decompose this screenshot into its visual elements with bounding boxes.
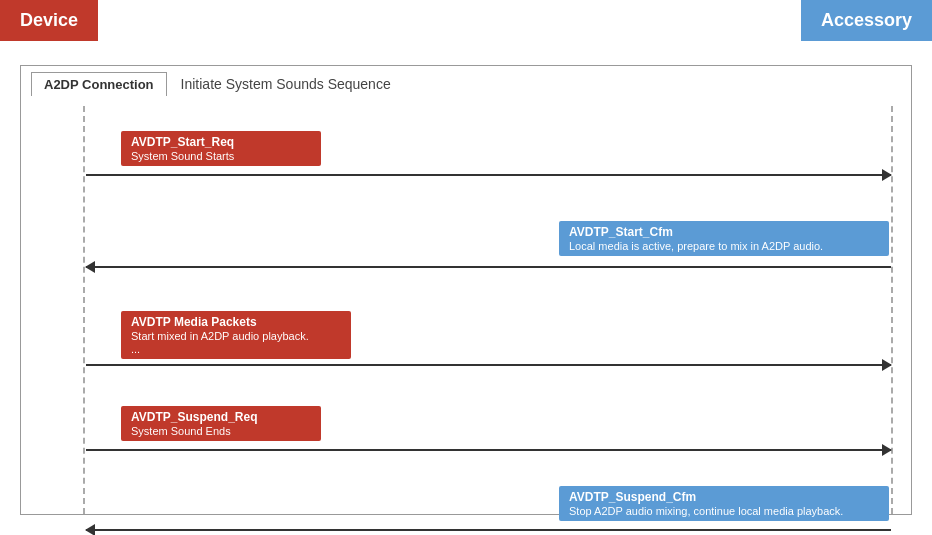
msg-avdtp-start-cfm: AVDTP_Start_Cfm Local media is active, p… [559, 221, 889, 256]
msg-avdtp-suspend-cfm: AVDTP_Suspend_Cfm Stop A2DP audio mixing… [559, 486, 889, 521]
msg-avdtp-media-packets: AVDTP Media Packets Start mixed in A2DP … [121, 311, 351, 359]
arrow-left-5 [86, 529, 891, 531]
accessory-label: Accessory [801, 0, 932, 41]
device-lifeline [83, 106, 85, 514]
section-title: Initiate System Sounds Sequence [181, 76, 391, 92]
arrow-right-3 [86, 364, 891, 366]
diagram-container: A2DP Connection Initiate System Sounds S… [20, 65, 912, 515]
header-bar: Device Accessory [0, 0, 932, 41]
msg-avdtp-start-req: AVDTP_Start_Req System Sound Starts [121, 131, 321, 166]
msg-avdtp-suspend-req: AVDTP_Suspend_Req System Sound Ends [121, 406, 321, 441]
arrow-right-1 [86, 174, 891, 176]
arrow-right-4 [86, 449, 891, 451]
device-label: Device [0, 0, 98, 41]
arrow-left-2 [86, 266, 891, 268]
tab-label: A2DP Connection [31, 72, 167, 96]
diagram-header: A2DP Connection Initiate System Sounds S… [21, 66, 911, 102]
